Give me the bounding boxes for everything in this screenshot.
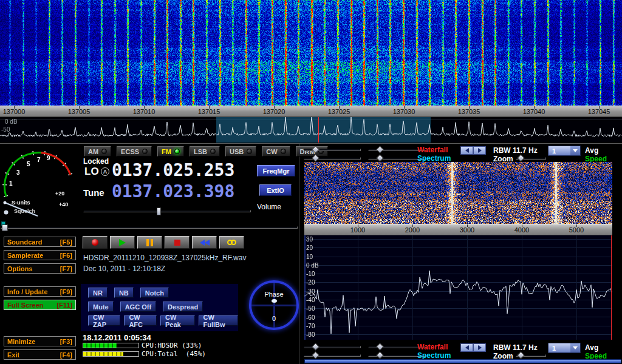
extio-button[interactable]: ExtIO bbox=[259, 184, 292, 196]
waterfall-contrast-slider-bottom[interactable] bbox=[368, 346, 425, 348]
s-meter: 1 3 5 7 9 +20 +40 S-units Squelch bbox=[1, 146, 78, 220]
tune-offset-slider[interactable] bbox=[1, 226, 298, 229]
squelch-knob[interactable] bbox=[4, 211, 9, 215]
main-frequency-scale[interactable]: 137000 137005 137010 137015 137020 13702… bbox=[0, 106, 622, 117]
mode-led-icon bbox=[247, 149, 252, 154]
zoom-waterfall-display[interactable] bbox=[304, 162, 612, 224]
rewind-button[interactable] bbox=[192, 236, 217, 249]
avg-select-value: 1 bbox=[549, 343, 570, 352]
zoom-spectrum-display[interactable] bbox=[304, 235, 612, 340]
minimize-button[interactable]: Minimize[F3] bbox=[4, 336, 76, 346]
avg-select-value: 1 bbox=[549, 146, 570, 155]
main-waterfall-display[interactable] bbox=[0, 0, 622, 106]
spectrum-tab-bottom[interactable]: Spectrum bbox=[417, 351, 451, 360]
cpu-total-bar bbox=[83, 351, 139, 357]
shift-right-button[interactable] bbox=[473, 146, 486, 155]
zoom-frequency-scale[interactable]: 1000 2000 3000 4000 5000 bbox=[304, 224, 612, 235]
mode-am[interactable]: AM bbox=[84, 146, 111, 157]
arrow-left-icon bbox=[465, 148, 469, 153]
tune-frequency-value[interactable]: 0137.023.398 bbox=[112, 183, 234, 200]
dropdown-arrow-icon[interactable] bbox=[570, 146, 580, 155]
rewind-icon bbox=[200, 240, 210, 246]
zoom-slider-bottom[interactable] bbox=[516, 354, 546, 357]
locked-label: Locked bbox=[83, 157, 109, 166]
nr-button[interactable]: NR bbox=[88, 288, 108, 298]
spectrum-lower-slider[interactable] bbox=[368, 157, 425, 160]
slider-handle[interactable] bbox=[312, 351, 320, 359]
avg-select-bottom[interactable]: 1 bbox=[548, 343, 581, 353]
slider-handle[interactable] bbox=[376, 343, 384, 351]
play-icon bbox=[119, 239, 126, 246]
avg-select[interactable]: 1 bbox=[548, 146, 581, 156]
panel-divider bbox=[0, 143, 622, 144]
scale-tick: 137040 bbox=[514, 108, 553, 115]
lo-label: LO bbox=[84, 166, 99, 178]
scale-tick: 1000 bbox=[338, 226, 377, 234]
scale-tick: 137000 bbox=[0, 108, 33, 115]
shift-left-button-bottom[interactable] bbox=[460, 343, 473, 352]
options-button[interactable]: Options[F7] bbox=[4, 263, 76, 274]
zoom-scrollbar[interactable] bbox=[304, 359, 621, 363]
mode-label: CW bbox=[266, 148, 277, 155]
cw-peak-button[interactable]: CW Peak bbox=[160, 315, 195, 326]
spectrum-upper-slider[interactable] bbox=[304, 157, 361, 160]
dropdown-arrow-icon[interactable] bbox=[570, 343, 580, 352]
waterfall-tab[interactable]: Waterfall bbox=[417, 146, 448, 154]
mute-button[interactable]: Mute bbox=[88, 302, 114, 312]
spectrum-lower-slider-bottom[interactable] bbox=[368, 354, 425, 357]
zoom-slider[interactable] bbox=[516, 157, 546, 160]
slider-handle[interactable] bbox=[312, 343, 320, 351]
exit-button[interactable]: Exit[F4] bbox=[4, 349, 76, 360]
db-tick: 10 bbox=[306, 254, 313, 260]
recording-file-date: Dec 10, 2011 - 12:10:18Z bbox=[83, 265, 165, 273]
cw-afc-button[interactable]: CW AFC bbox=[124, 315, 157, 326]
slider-handle[interactable] bbox=[517, 154, 525, 162]
notch-button[interactable]: Notch bbox=[140, 288, 169, 298]
stop-button[interactable] bbox=[165, 236, 190, 249]
slider-handle[interactable] bbox=[376, 154, 384, 162]
lo-frequency-value[interactable]: 0137.025.253 bbox=[112, 162, 234, 179]
pause-button[interactable] bbox=[137, 236, 162, 249]
cw-zap-button[interactable]: CW ZAP bbox=[88, 315, 120, 326]
mode-usb[interactable]: USB bbox=[225, 146, 256, 157]
spectrum-upper-slider-bottom[interactable] bbox=[304, 354, 361, 357]
waterfall-brightness-slider[interactable] bbox=[304, 149, 361, 151]
soundcard-button[interactable]: Soundcard[F5] bbox=[4, 237, 76, 247]
mode-led-icon bbox=[210, 149, 216, 154]
cw-fullbw-button[interactable]: CW FullBw bbox=[199, 315, 238, 326]
agc-button[interactable]: AGC Off bbox=[120, 302, 156, 312]
mode-cw[interactable]: CW bbox=[262, 146, 290, 157]
samplerate-button[interactable]: Samplerate[F6] bbox=[4, 250, 76, 260]
waterfall-brightness-slider-bottom[interactable] bbox=[304, 346, 361, 348]
waterfall-contrast-slider[interactable] bbox=[368, 149, 425, 151]
record-button[interactable] bbox=[83, 236, 108, 249]
mode-fm[interactable]: FM bbox=[157, 146, 184, 157]
spectrum-minus50-label: -50 bbox=[1, 126, 10, 133]
waterfall-tab-bottom[interactable]: Waterfall bbox=[417, 343, 448, 351]
main-spectrum-display[interactable] bbox=[0, 117, 622, 143]
mode-lsb[interactable]: LSB bbox=[190, 146, 220, 157]
freqmgr-button[interactable]: FreqMgr bbox=[257, 165, 295, 177]
mode-drm[interactable]: DRM bbox=[296, 146, 328, 157]
slider-handle[interactable] bbox=[517, 351, 525, 359]
shift-right-button-bottom[interactable] bbox=[473, 343, 486, 352]
lock-a-icon[interactable]: A bbox=[101, 167, 109, 176]
shift-left-button[interactable] bbox=[460, 146, 473, 155]
spectrum-tab[interactable]: Spectrum bbox=[417, 154, 451, 163]
volume-slider[interactable] bbox=[83, 210, 251, 212]
play-button[interactable] bbox=[110, 236, 135, 249]
info-update-button[interactable]: Info / Update[F9] bbox=[4, 286, 76, 297]
slider-handle[interactable] bbox=[376, 146, 384, 153]
slider-handle[interactable] bbox=[376, 351, 384, 359]
scale-tick: 137025 bbox=[320, 108, 358, 115]
loop-button[interactable] bbox=[219, 236, 244, 249]
mode-ecss[interactable]: ECSS bbox=[117, 146, 152, 157]
nb-button[interactable]: NB bbox=[114, 288, 134, 298]
hdsdr-window: 137000 137005 137010 137015 137020 13702… bbox=[0, 0, 622, 364]
scale-tick: 3000 bbox=[448, 226, 487, 234]
volume-slider-handle[interactable] bbox=[157, 207, 161, 215]
fullscreen-button[interactable]: Full Screen[F11] bbox=[4, 300, 76, 310]
mode-label: AM bbox=[88, 148, 98, 155]
despread-button[interactable]: Despread bbox=[163, 302, 203, 312]
tune-offset-handle[interactable] bbox=[2, 224, 8, 231]
